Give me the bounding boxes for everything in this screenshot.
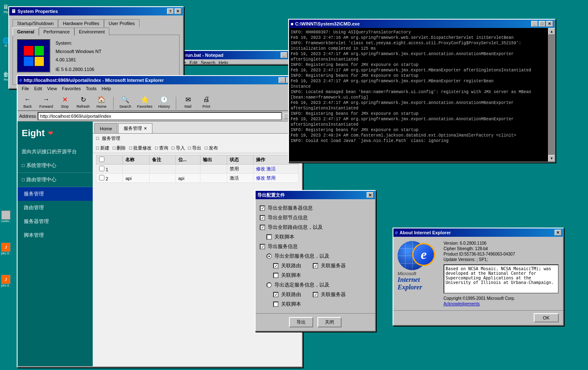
sidebar-item-service-mgmt[interactable]: 服务管理 (18, 187, 93, 201)
toolbar2-publish[interactable]: □ 发布 (205, 145, 218, 151)
toolbar2-batch[interactable]: □ 批量修改 (129, 145, 152, 151)
ie-favorites-btn[interactable]: ⭐ Favorites (135, 94, 154, 109)
export-option-5: 导出全部服务信息，以及 (260, 251, 371, 261)
export-chk-8[interactable] (273, 273, 279, 278)
notepad-menu-search[interactable]: Search (201, 60, 215, 65)
favorites-icon: ⭐ (140, 94, 150, 104)
ie-menu-edit[interactable]: Edit (32, 85, 45, 92)
export-chk-4[interactable] (260, 244, 265, 249)
sys-props-help-btn[interactable]: ? (167, 8, 174, 14)
toolbar2-delete[interactable]: □ 删除 (113, 145, 126, 151)
tab-hardware-profiles[interactable]: Hardware Profiles (58, 19, 104, 27)
sidebar-item-server-mgmt[interactable]: 服务器管理 (18, 215, 93, 228)
tab-home[interactable]: Home (94, 123, 117, 133)
tab-user-profiles[interactable]: User Profiles (104, 19, 139, 27)
table-row: 2 api api 激活 修改 禁用 (96, 174, 299, 183)
row1-checkbox[interactable] (99, 166, 104, 171)
export-chk-7[interactable] (313, 263, 318, 269)
ie-menu-tools[interactable]: Tools (84, 85, 99, 92)
about-ie-title: About Internet Explorer (400, 230, 451, 235)
toolbar2-import[interactable]: □ 导入 (172, 145, 185, 151)
ie-menu-view[interactable]: View (45, 85, 60, 92)
ie-back-btn[interactable]: ← Back (19, 94, 36, 109)
ie-stop-btn[interactable]: ✕ Stop (56, 94, 73, 109)
export-chk-1[interactable] (260, 215, 265, 220)
system-label: System: (56, 39, 101, 48)
cmd-line-9: Feb 19, 2023 2:47:17 AM org.springframew… (291, 100, 546, 111)
export-chk-11[interactable] (313, 292, 318, 297)
export-chk-10[interactable] (273, 292, 279, 297)
about-description-textarea[interactable] (444, 264, 559, 294)
row2-disable-link[interactable]: 禁用 (266, 175, 276, 180)
stop-icon: ✕ (60, 94, 70, 104)
about-acknowledgements-link[interactable]: Acknowledgements (444, 302, 480, 306)
ie-print-btn[interactable]: 🖨 Print (198, 94, 215, 109)
export-btn[interactable]: 导出 (289, 317, 313, 327)
select-all-checkbox[interactable] (99, 157, 104, 162)
ie-refresh-btn[interactable]: ↻ Refresh (75, 94, 91, 109)
notepad-menu-edit[interactable]: Edit (190, 60, 198, 65)
tab-startup-shutdown[interactable]: Startup/Shutdown (13, 19, 58, 27)
ie-menu-help[interactable]: Help (99, 85, 114, 92)
taskbar-jdk2[interactable]: J jdk1.6.. (0, 273, 12, 289)
ie-search-btn[interactable]: 🔍 Search (117, 94, 134, 109)
tab-service-mgmt[interactable]: 服务管理 ✕ (118, 123, 152, 133)
ie-history-btn[interactable]: 🕐 History (156, 94, 172, 109)
row2-modify-link[interactable]: 修改 (256, 175, 265, 180)
about-ok-btn[interactable]: OK (534, 313, 559, 322)
forward-icon: → (41, 94, 51, 104)
ie-menu-favorites[interactable]: Favorites (59, 85, 83, 92)
about-ie-dialog: e About Internet Explorer ✕ (393, 228, 564, 326)
ie-min-btn[interactable]: _ (279, 77, 285, 83)
about-ie-close-btn[interactable]: ✕ (555, 230, 561, 236)
cmd-scroll-down[interactable]: ▼ (548, 155, 555, 162)
export-chk-2[interactable] (260, 225, 265, 230)
cmd-min-btn[interactable]: _ (531, 21, 538, 27)
export-radio-9[interactable] (266, 282, 272, 288)
notepad-min-btn[interactable]: _ (281, 52, 287, 58)
cmd-close-btn[interactable]: ✕ (546, 21, 553, 27)
export-chk-6[interactable] (273, 263, 279, 269)
row1-activate-link[interactable]: 激活 (266, 166, 276, 171)
about-product-id: Product ID:55736-813-7496063-04307 (444, 252, 559, 256)
export-dialog-body: 导出全部服务器信息 导出全部节点信息 导出全部路由信息，以及 关联脚本 导出服务… (256, 199, 375, 313)
export-chk-3[interactable] (266, 234, 272, 240)
cmd-max-btn[interactable]: □ (539, 21, 545, 27)
cmd-output[interactable]: INFO: HHH000397: Using ASIQueryTranslato… (289, 28, 548, 162)
taskbar-jdk1[interactable]: J jdk1.6.. (0, 241, 12, 256)
notepad-titlebar: 📝 run.bat - Notepad _ □ ✕ (176, 51, 304, 59)
export-chk-0[interactable] (260, 205, 265, 211)
notepad-title: run.bat - Notepad (185, 53, 223, 58)
tab-performance[interactable]: Performance (39, 28, 74, 35)
ie-address-input[interactable] (38, 112, 282, 120)
row2-status: 激活 (227, 174, 253, 183)
row2-checkbox[interactable] (99, 175, 104, 180)
toolbar2-new[interactable]: □ 新建 (96, 145, 109, 151)
taskbar-running[interactable]: runtim.. (0, 209, 12, 224)
row1-modify-link[interactable]: 修改 (256, 166, 265, 171)
toolbar2-export[interactable]: □ 导出 (188, 145, 202, 151)
sidebar-item-script-mgmt[interactable]: 脚本管理 (18, 228, 93, 242)
toolbar2-query[interactable]: □ 查询 (155, 145, 168, 151)
cmd-scroll-up[interactable]: ▲ (548, 28, 555, 35)
ie-home-btn[interactable]: 🏠 Home (93, 94, 110, 109)
tab-general[interactable]: General (13, 28, 39, 35)
tab-environment[interactable]: Environment (74, 28, 109, 35)
ie-sidebar: Eight ❤ 面向共识接口的开源平台 □系统管理中心 □路由管理中心 服务管理… (18, 122, 93, 366)
tab-close-icon[interactable]: ✕ (144, 126, 147, 131)
ie-mail-btn[interactable]: ✉ Mail (180, 94, 196, 109)
row2-pos: api (175, 174, 200, 183)
ie-sidebar-logo: Eight ❤ (18, 122, 93, 145)
export-close-button[interactable]: 关闭 (317, 317, 342, 327)
notepad-menu-help[interactable]: Help (219, 60, 228, 65)
ie-forward-btn[interactable]: → Forward (38, 94, 55, 109)
ie-menu-file[interactable]: File (19, 85, 32, 92)
export-option-12: 关联脚本 (260, 299, 371, 309)
export-close-btn[interactable]: ✕ (367, 192, 373, 198)
export-chk-12[interactable] (273, 302, 279, 307)
cmd-line-1: Feb 19, 2023 2:47:16 AM org.springframew… (291, 35, 546, 41)
export-radio-5[interactable] (266, 253, 272, 259)
sidebar-item-route-mgmt[interactable]: 路由管理 (18, 201, 93, 215)
row2-output (200, 174, 227, 183)
sys-props-close-btn[interactable]: ✕ (175, 8, 181, 14)
